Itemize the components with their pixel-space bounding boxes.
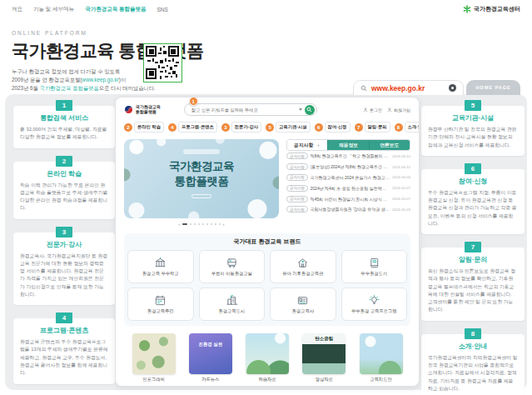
annotation-badge-1: 1 — [189, 97, 198, 106]
website-mockup: 국가환경교육통합플랫폼 1 로그인 — [115, 97, 420, 387]
bank-building-icon — [154, 258, 167, 268]
plus-icon[interactable]: ＋ — [316, 142, 321, 149]
brand-card-educator-license[interactable]: 환경교육사 — [270, 288, 336, 321]
annotation-badge: 4 — [168, 123, 177, 132]
center-logo: 국가환경교육센터 — [463, 5, 520, 13]
nav-about[interactable]: 8소개·안내 — [395, 122, 420, 132]
learning-cover-image — [246, 333, 289, 374]
browser-url-tab[interactable]: www.keep.go.kr — [353, 80, 464, 95]
video-cover-image: 탄소중립 — [302, 333, 346, 374]
brand-card-excellent-program[interactable]: 우수환경 교육프로그램 — [341, 288, 408, 321]
brand-card-excellent-school[interactable]: 환경교육 우수학교 — [127, 250, 194, 283]
card-news-cover-image: 친환경 실천 — [189, 333, 232, 374]
page-header: ONLINE PLATFORM 국가환경교육 통합플랫폼 누구나 환경교육 정보… — [12, 30, 261, 92]
menu-item-platform[interactable]: 국가환경교육 통합플랫폼 — [85, 6, 146, 13]
menu-item-sns[interactable]: SNS — [157, 7, 167, 12]
annotation-badge: 7 — [355, 123, 363, 132]
brand-card-education-week[interactable]: 환경교육주간 — [127, 288, 194, 321]
book-icon — [368, 258, 380, 268]
site-url: www.keep.go.kr — [371, 84, 425, 92]
thumb-video-materials[interactable]: 탄소중립 영상자료 — [298, 333, 351, 382]
banner-title: 국가환경교육통합플랫폼 — [124, 159, 279, 188]
annotation-badge: 6 — [315, 123, 323, 132]
brand-section: 국가대표 환경교육 브랜드 환경교육 우수학교 푸름이 이동환경교실 유아 기후… — [124, 233, 410, 326]
city-buildings-icon — [226, 295, 238, 306]
feature-number-badge: 1 — [56, 100, 72, 111]
banner-block: 국가환경교육통합플랫폼 ‹ › — [124, 139, 279, 227]
brand-card-education-city[interactable]: 환경교육도시 — [199, 288, 266, 321]
nav-participation[interactable]: 6참여·신청 — [315, 122, 351, 132]
menu-item-features[interactable]: 기능 및 세부메뉴 — [33, 6, 74, 13]
annotation-badge: 2 — [124, 123, 132, 132]
nav-institutions[interactable]: 5교육기관·시설 — [266, 122, 311, 132]
notice-row[interactable]: 공지사항2024년 제4회 초·중등 탄소중립 실천학교 지역사회 연계교육 모… — [286, 182, 410, 193]
search-input[interactable] — [191, 108, 296, 112]
home-page-tab[interactable]: HOME PAGE — [466, 80, 520, 95]
thumb-card-news[interactable]: 친환경 실천 카드뉴스 — [184, 333, 236, 382]
search-icon — [360, 85, 367, 92]
reload-icon[interactable] — [449, 84, 456, 92]
brand-card-mobile-classroom[interactable]: 푸름이 이동환경교실 — [199, 250, 266, 283]
feature-column-left: 1 통합검색 서비스 총 32,000여 건의 주제별, 대상별, 자료별 다양… — [13, 106, 115, 384]
notice-row[interactable]: 공지사항국립낙동강생물자원관 '강마을 유역권 생물다양성 체험교육' 안내20… — [286, 204, 410, 215]
notice-row[interactable]: 공지사항제45회 어린이 환경일기 전시회 시상식 및 어린이 글짓기 공모20… — [286, 193, 410, 204]
calendar-icon — [154, 295, 167, 306]
notice-row[interactable]: 공지사항제8회 환경교육주간 「학교 환경돌봄의 마음을 잇다」 안내2024.… — [286, 151, 410, 162]
thumb-lesson-plans[interactable]: 교육지도안 — [355, 333, 407, 382]
site-logo-text: 국가환경교육통합플랫폼 — [136, 105, 161, 115]
feature-card-experts: 3 전문가·강사 환경교육사, 국가환경교육지원단 등 환경교육 전문가에 대한… — [13, 232, 115, 306]
tab-press[interactable]: 언론보도 — [369, 140, 410, 150]
notice-panel: 공지사항＋ 채용정보 언론보도 공지사항제8회 환경교육주간 「학교 환경돌봄의… — [286, 139, 410, 227]
feature-number-badge: 2 — [56, 156, 72, 167]
nav-programs[interactable]: 4프로그램·콘텐츠 — [168, 122, 217, 132]
feature-card-institutions: 5 교육기관·시설 환경부 산하기관 및 전국의 환경교육 관련 기관·단체와 … — [421, 106, 525, 156]
carousel-prev-icon[interactable]: ‹ — [179, 222, 181, 227]
tab-jobs[interactable]: 채용정보 — [327, 140, 368, 150]
feature-card-notices: 7 알림·문의 최신 환경소식과 언론보도로 환경교육 정책과 행사 등의 정보… — [421, 248, 525, 321]
search-button[interactable] — [305, 105, 315, 115]
banner-pill — [191, 194, 211, 198]
page-title: 국가환경교육 통합플랫폼 — [12, 39, 261, 62]
feature-card-participation: 6 참여·신청 우수 환경교육프로그램 지정, 푸름이 이동환경교실 신청, 유… — [421, 169, 525, 234]
notice-row[interactable]: 공지사항국가환경교육센터 2024 온실가스 환경교육공모전 참가신청 안내20… — [286, 172, 410, 183]
chevron-down-icon[interactable] — [299, 108, 302, 111]
signup-link[interactable]: 회원가입 — [387, 108, 410, 112]
site-nav: 2온라인 학습 4프로그램·콘텐츠 3전문가·강사 5교육기관·시설 6참여·신… — [124, 122, 410, 132]
feature-card-programs: 4 프로그램·콘텐츠 환경교육 콘텐츠와 우수 환경교육프로그램을 13개의 주… — [13, 318, 115, 383]
notice-row[interactable]: 공지사항(홍보영상) 2024년 제8회 환경교육주간 환경교육 홍보 및 체험… — [286, 162, 410, 172]
thumb-learning-materials[interactable]: 학습자료 — [241, 333, 294, 382]
brand-card-kids-center[interactable]: 유아 기후환경교육관 — [270, 250, 336, 283]
annotation-badge: 8 — [395, 123, 403, 132]
tab-notice[interactable]: 공지사항＋ — [287, 140, 327, 150]
brand-card-eco-books[interactable]: 우수환경도서 — [341, 250, 408, 283]
feature-column-right: 5 교육기관·시설 환경부 산하기관 및 전국의 환경교육 관련 기관·단체와 … — [421, 106, 525, 395]
top-menu-bar: 개요 기능 및 세부메뉴 국가환경교육 통합플랫폼 SNS 국가환경교육센터 — [0, 0, 532, 18]
house-icon — [296, 258, 309, 268]
brand-section-title: 국가대표 환경교육 브랜드 — [127, 238, 407, 246]
feature-card-search: 1 통합검색 서비스 총 32,000여 건의 주제별, 대상별, 자료별 다양… — [13, 106, 115, 148]
carousel-active-dot[interactable] — [182, 223, 187, 226]
search-bar[interactable] — [184, 103, 317, 116]
carousel-next-icon[interactable]: › — [223, 222, 225, 227]
login-link[interactable]: 로그인 — [363, 108, 382, 112]
feature-number-badge: 8 — [465, 328, 481, 339]
menu-item-overview[interactable]: 개요 — [12, 6, 22, 13]
nav-online-learning[interactable]: 2온라인 학습 — [124, 122, 164, 132]
keep-url-link[interactable]: www.keep.go.kr — [82, 77, 118, 82]
nav-experts[interactable]: 3전문가·강사 — [221, 122, 261, 132]
feature-number-badge: 4 — [56, 312, 72, 323]
thumb-infographic[interactable]: 인포그래픽 — [127, 333, 180, 382]
page: 개요 기능 및 세부메뉴 국가환경교육 통합플랫폼 SNS 국가환경교육센터 O… — [0, 0, 532, 395]
annotation-badge: 5 — [266, 123, 274, 132]
hero-row: 국가환경교육통합플랫폼 ‹ › 공지사항＋ 채용정보 언론보도 공지사항제8 — [124, 139, 410, 227]
nav-notices[interactable]: 7알림·문의 — [355, 122, 390, 132]
qr-code — [143, 43, 182, 82]
gov-emblem-icon — [124, 105, 133, 114]
feature-number-badge: 5 — [465, 100, 481, 111]
feature-number-badge: 6 — [465, 163, 481, 174]
content-thumbnails: 인포그래픽 친환경 실천 카드뉴스 학습자료 탄소중립 영상자료 교육지도안 — [124, 333, 410, 382]
center-logo-text: 국가환경교육센터 — [474, 5, 520, 13]
site-logo[interactable]: 국가환경교육통합플랫폼 — [124, 105, 161, 115]
eyebrow-text: ONLINE PLATFORM — [12, 30, 261, 36]
main-banner[interactable]: 국가환경교육통합플랫폼 — [124, 139, 279, 218]
